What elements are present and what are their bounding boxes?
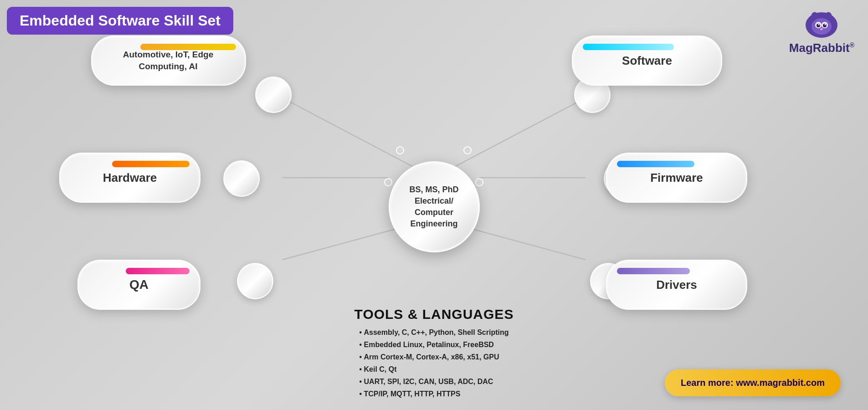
page-title: Embedded Software Skill Set bbox=[20, 12, 221, 29]
qa-accent bbox=[126, 268, 190, 274]
pill-drivers: Drivers bbox=[606, 260, 747, 310]
automotive-label: Automotive, IoT, EdgeComputing, AI bbox=[92, 49, 245, 72]
tool-item-3: Arm Cortex-M, Cortex-A, x86, x51, GPU bbox=[359, 352, 508, 363]
pill-automotive: Automotive, IoT, EdgeComputing, AI bbox=[91, 36, 246, 86]
title-banner: Embedded Software Skill Set bbox=[7, 7, 233, 35]
drivers-accent bbox=[617, 268, 690, 274]
learn-more-button[interactable]: Learn more: www.magrabbit.com bbox=[665, 369, 841, 396]
drivers-label: Drivers bbox=[607, 278, 746, 292]
tool-item-4: Keil C, Qt bbox=[359, 364, 508, 375]
firmware-accent bbox=[617, 161, 694, 167]
center-circle-area: BS, MS, PhDElectrical/ComputerEngineerin… bbox=[389, 161, 480, 252]
tool-item-2: Embedded Linux, Petalinux, FreeBSD bbox=[359, 339, 508, 350]
node-qa bbox=[237, 263, 273, 299]
pill-firmware: Firmware bbox=[606, 153, 747, 203]
hardware-accent bbox=[112, 161, 190, 167]
magrabbit-logo-icon bbox=[801, 9, 842, 41]
tools-list: Assembly, C, C++, Python, Shell Scriptin… bbox=[359, 326, 508, 401]
svg-point-18 bbox=[464, 147, 471, 154]
center-text: BS, MS, PhDElectrical/ComputerEngineerin… bbox=[409, 184, 458, 230]
tools-title: TOOLS & LANGUAGES bbox=[354, 307, 514, 322]
svg-point-10 bbox=[820, 28, 823, 30]
node-automotive bbox=[255, 77, 292, 113]
svg-point-3 bbox=[812, 18, 832, 35]
learn-more-label: Learn more: www.magrabbit.com bbox=[681, 378, 825, 388]
firmware-label: Firmware bbox=[607, 171, 746, 185]
pill-qa: QA bbox=[77, 260, 200, 310]
tools-section: TOOLS & LANGUAGES Assembly, C, C++, Pyth… bbox=[354, 307, 514, 401]
pill-software: Software bbox=[572, 36, 722, 86]
qa-label: QA bbox=[78, 277, 200, 292]
svg-point-17 bbox=[396, 147, 404, 154]
software-label: Software bbox=[573, 54, 721, 68]
tool-item-1: Assembly, C, C++, Python, Shell Scriptin… bbox=[359, 327, 508, 338]
logo-area: MagRabbit® bbox=[789, 9, 854, 55]
svg-point-9 bbox=[825, 24, 826, 26]
logo-name: MagRabbit® bbox=[789, 41, 854, 55]
tool-item-5: UART, SPI, I2C, CAN, USB, ADC, DAC bbox=[359, 376, 508, 387]
tool-item-6: TCP/IP, MQTT, HTTP, HTTPS bbox=[359, 389, 508, 400]
pill-hardware: Hardware bbox=[59, 153, 200, 203]
center-circle: BS, MS, PhDElectrical/ComputerEngineerin… bbox=[389, 161, 480, 252]
automotive-accent bbox=[140, 44, 236, 50]
svg-point-8 bbox=[818, 24, 820, 26]
software-accent bbox=[583, 44, 674, 50]
node-hardware bbox=[223, 160, 260, 197]
hardware-label: Hardware bbox=[60, 171, 200, 185]
